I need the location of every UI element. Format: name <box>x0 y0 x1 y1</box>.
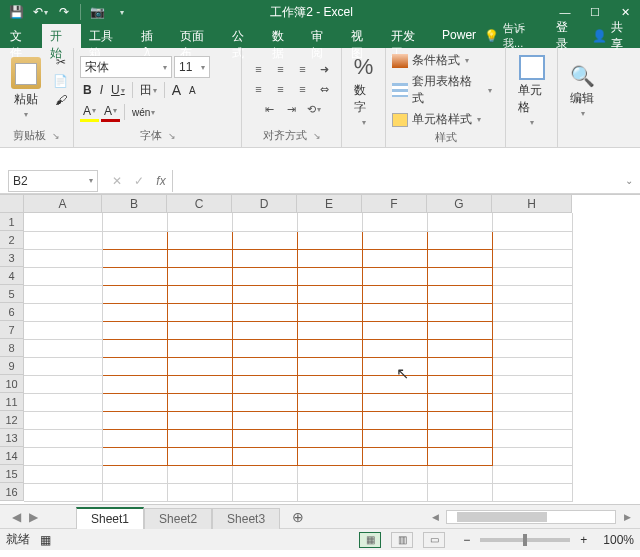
zoom-level[interactable]: 100% <box>603 533 634 547</box>
row-header-4[interactable]: 4 <box>0 267 24 285</box>
cell-E15[interactable] <box>297 465 362 483</box>
cell-F2[interactable] <box>362 231 427 249</box>
cell-D15[interactable] <box>232 465 297 483</box>
clipboard-launcher[interactable]: ↘ <box>52 131 60 141</box>
cell-G4[interactable] <box>427 267 492 285</box>
tab-power[interactable]: Power <box>434 24 484 48</box>
font-size-select[interactable]: 11▾ <box>174 56 210 78</box>
border-button[interactable]: 田▾ <box>137 80 160 100</box>
increase-indent-button[interactable]: ⇥ <box>282 100 302 118</box>
row-header-3[interactable]: 3 <box>0 249 24 267</box>
cell-B15[interactable] <box>102 465 167 483</box>
cell-E14[interactable] <box>297 447 362 465</box>
share-button[interactable]: 共享 <box>611 19 634 53</box>
cell-A10[interactable] <box>24 375 102 393</box>
cell-A7[interactable] <box>24 321 102 339</box>
tab-insert[interactable]: 插入 <box>133 24 173 48</box>
cell-G14[interactable] <box>427 447 492 465</box>
cell-B3[interactable] <box>102 249 167 267</box>
align-left-button[interactable]: ≡ <box>249 80 269 98</box>
row-header-15[interactable]: 15 <box>0 465 24 483</box>
cell-C12[interactable] <box>167 411 232 429</box>
cell-E5[interactable] <box>297 285 362 303</box>
cell-G10[interactable] <box>427 375 492 393</box>
table-format-button[interactable]: 套用表格格式▾ <box>392 73 492 107</box>
cell-B7[interactable] <box>102 321 167 339</box>
format-painter-button[interactable]: 🖌 <box>53 92 69 108</box>
cell-G1[interactable] <box>427 213 492 231</box>
cell-H14[interactable] <box>492 447 572 465</box>
fx-button[interactable]: fx <box>150 174 172 188</box>
cell-H16[interactable] <box>492 483 572 501</box>
col-header-F[interactable]: F <box>362 195 427 213</box>
tab-file[interactable]: 文件 <box>2 24 42 48</box>
cell-F9[interactable] <box>362 357 427 375</box>
cell-E9[interactable] <box>297 357 362 375</box>
cell-D16[interactable] <box>232 483 297 501</box>
cell-F8[interactable] <box>362 339 427 357</box>
cell-H15[interactable] <box>492 465 572 483</box>
cell-D8[interactable] <box>232 339 297 357</box>
underline-button[interactable]: U▾ <box>108 80 128 100</box>
cell-A14[interactable] <box>24 447 102 465</box>
cell-D13[interactable] <box>232 429 297 447</box>
cell-D14[interactable] <box>232 447 297 465</box>
cell-B4[interactable] <box>102 267 167 285</box>
row-header-16[interactable]: 16 <box>0 483 24 501</box>
increase-font-button[interactable]: A <box>169 80 184 100</box>
cell-A5[interactable] <box>24 285 102 303</box>
cell-C16[interactable] <box>167 483 232 501</box>
cell-F7[interactable] <box>362 321 427 339</box>
italic-button[interactable]: I <box>97 80 106 100</box>
window-maximize[interactable]: ☐ <box>580 0 610 24</box>
align-bottom-button[interactable]: ≡ <box>293 60 313 78</box>
cell-A4[interactable] <box>24 267 102 285</box>
cell-G13[interactable] <box>427 429 492 447</box>
cell-C4[interactable] <box>167 267 232 285</box>
col-header-G[interactable]: G <box>427 195 492 213</box>
col-header-C[interactable]: C <box>167 195 232 213</box>
cell-B16[interactable] <box>102 483 167 501</box>
row-header-12[interactable]: 12 <box>0 411 24 429</box>
cell-B2[interactable] <box>102 231 167 249</box>
cell-B13[interactable] <box>102 429 167 447</box>
select-all-corner[interactable] <box>0 195 24 213</box>
merge-button[interactable]: ⇔ <box>315 80 335 98</box>
cell-D6[interactable] <box>232 303 297 321</box>
cell-A3[interactable] <box>24 249 102 267</box>
cell-F6[interactable] <box>362 303 427 321</box>
tab-review[interactable]: 审阅 <box>303 24 343 48</box>
formula-bar[interactable] <box>172 170 622 192</box>
cell-B11[interactable] <box>102 393 167 411</box>
cell-C8[interactable] <box>167 339 232 357</box>
cell-E6[interactable] <box>297 303 362 321</box>
view-pagebreak-button[interactable]: ▭ <box>423 532 445 548</box>
row-header-10[interactable]: 10 <box>0 375 24 393</box>
cell-C10[interactable] <box>167 375 232 393</box>
cell-H8[interactable] <box>492 339 572 357</box>
cell-B5[interactable] <box>102 285 167 303</box>
cell-F15[interactable] <box>362 465 427 483</box>
tab-developer[interactable]: 开发工 <box>383 24 434 48</box>
zoom-thumb[interactable] <box>523 534 527 546</box>
name-box[interactable]: B2 ▾ <box>8 170 98 192</box>
col-header-H[interactable]: H <box>492 195 572 213</box>
cell-E10[interactable] <box>297 375 362 393</box>
macro-record-button[interactable]: ▦ <box>40 533 51 547</box>
cell-A9[interactable] <box>24 357 102 375</box>
cell-F4[interactable] <box>362 267 427 285</box>
tab-view[interactable]: 视图 <box>343 24 383 48</box>
tab-pagelayout[interactable]: 页面布 <box>172 24 223 48</box>
row-header-6[interactable]: 6 <box>0 303 24 321</box>
fill-color-button[interactable]: A▾ <box>80 102 99 122</box>
cell-A1[interactable] <box>24 213 102 231</box>
cell-G2[interactable] <box>427 231 492 249</box>
zoom-slider[interactable] <box>480 538 570 542</box>
cell-H12[interactable] <box>492 411 572 429</box>
cell-A13[interactable] <box>24 429 102 447</box>
cell-D2[interactable] <box>232 231 297 249</box>
qat-camera[interactable]: 📷 <box>85 0 109 24</box>
tell-me-input[interactable]: 告诉我... <box>503 21 544 51</box>
cell-D12[interactable] <box>232 411 297 429</box>
cell-B14[interactable] <box>102 447 167 465</box>
